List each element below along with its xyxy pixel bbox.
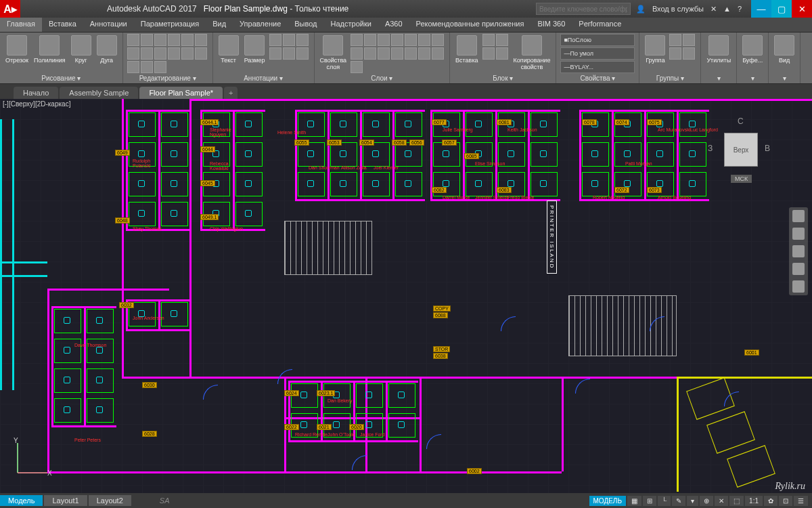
ribbon-small-icon[interactable]	[283, 47, 295, 60]
tool-круг[interactable]: Круг	[70, 34, 93, 65]
ribbon-small-icon[interactable]	[351, 61, 363, 73]
qat-redo-icon[interactable]	[66, 4, 76, 14]
tool-clipboard[interactable]: Буфе...	[741, 34, 764, 65]
ribbon-small-icon[interactable]	[283, 34, 295, 46]
tool-полилиния[interactable]: Полилиния	[32, 34, 67, 65]
ribbon-small-icon[interactable]	[195, 47, 207, 60]
ribbon-small-icon[interactable]	[364, 34, 376, 46]
ribbon-small-icon[interactable]	[432, 34, 444, 46]
lineweight-combo[interactable]: — По умол	[560, 47, 635, 60]
tool-utilities[interactable]: Утилиты	[705, 34, 732, 65]
status-toggle[interactable]: ⊞	[643, 496, 656, 506]
ribbon-small-icon[interactable]	[418, 47, 430, 60]
ribbon-tab[interactable]: Рекомендованные приложения	[409, 18, 531, 32]
ribbon-small-icon[interactable]	[391, 47, 403, 60]
status-toggle[interactable]: ✕	[715, 496, 728, 506]
minimize-button[interactable]: —	[751, 0, 771, 18]
ribbon-small-icon[interactable]	[482, 47, 495, 60]
ribbon-small-icon[interactable]	[364, 47, 376, 60]
ribbon-small-icon[interactable]	[432, 47, 444, 60]
tool-insert[interactable]: Вставка	[454, 34, 479, 65]
nav-zoom-icon[interactable]	[792, 245, 805, 257]
ribbon-small-icon[interactable]	[296, 47, 309, 60]
tool-group[interactable]: Группа	[644, 34, 667, 65]
viewcube-east[interactable]: В	[765, 144, 770, 153]
ribbon-small-icon[interactable]	[683, 34, 695, 46]
ribbon-small-icon[interactable]	[154, 47, 166, 60]
ribbon-small-icon[interactable]	[168, 34, 180, 46]
status-toggle[interactable]: МОДЕЛЬ	[589, 496, 626, 506]
tool-dimension[interactable]: Размер	[243, 34, 267, 65]
group-label-edit[interactable]: Редактирование ▾	[127, 73, 208, 82]
ribbon-tab[interactable]: Управление	[233, 18, 288, 32]
command-line[interactable]: SA	[160, 496, 170, 505]
qat-print-icon[interactable]	[80, 4, 89, 14]
status-toggle[interactable]: ▾	[687, 496, 698, 506]
color-combo[interactable]: ■ ПоСлою	[560, 34, 635, 46]
ribbon-small-icon[interactable]	[351, 47, 363, 60]
status-toggle[interactable]: 1:1	[745, 496, 763, 506]
group-label-props[interactable]: Свойства ▾	[560, 73, 635, 82]
ribbon-small-icon[interactable]	[669, 47, 681, 60]
ribbon-small-icon[interactable]	[195, 34, 207, 46]
tool-layer-properties[interactable]: Свойства слоя	[319, 34, 348, 72]
search-input[interactable]	[536, 3, 631, 15]
group-label-annot[interactable]: Аннотации ▾	[217, 73, 310, 82]
ribbon-tab[interactable]: Вывод	[288, 18, 323, 32]
tool-отрезок[interactable]: Отрезок	[4, 34, 30, 65]
ribbon-tab[interactable]: Главная	[0, 18, 42, 32]
close-button[interactable]: ✕	[792, 0, 812, 18]
status-toggle[interactable]: ▦	[627, 496, 641, 506]
document-tab[interactable]: Floor Plan Sample*	[139, 87, 223, 99]
status-toggle[interactable]: ⊕	[700, 496, 713, 506]
help-icon[interactable]: ?	[738, 5, 742, 13]
document-tab[interactable]: Assembly Sample	[60, 87, 138, 99]
ribbon-small-icon[interactable]	[127, 61, 139, 73]
tool-view[interactable]: Вид	[773, 34, 796, 65]
layout-tab[interactable]: Модель	[0, 495, 43, 506]
nav-wheel-icon[interactable]	[792, 210, 805, 222]
ribbon-small-icon[interactable]	[141, 47, 153, 60]
ucs-icon[interactable]: YX	[12, 438, 53, 481]
viewport-label[interactable]: [-][Сверху][2D-каркас]	[3, 100, 70, 108]
ribbon-small-icon[interactable]	[141, 61, 153, 73]
ribbon-small-icon[interactable]	[391, 34, 403, 46]
ribbon-small-icon[interactable]	[269, 34, 281, 46]
status-toggle[interactable]: ⊡	[779, 496, 792, 506]
ribbon-small-icon[interactable]	[127, 34, 139, 46]
help-search[interactable]	[536, 3, 631, 15]
ribbon-tab[interactable]: Аннотации	[83, 18, 134, 32]
status-toggle[interactable]: ✎	[672, 496, 685, 506]
qat-open-icon[interactable]	[26, 4, 35, 14]
ribbon-small-icon[interactable]	[669, 34, 681, 46]
new-tab-button[interactable]: +	[224, 87, 238, 99]
tool-text[interactable]: Текст	[217, 34, 240, 65]
drawing-canvas[interactable]: [-][Сверху][2D-каркас] 60496044.16044604…	[0, 99, 812, 493]
status-toggle[interactable]: ✿	[764, 496, 777, 506]
a360-icon[interactable]: ▲	[723, 5, 731, 13]
group-label-groups[interactable]: Группы ▾	[644, 73, 696, 82]
ribbon-small-icon[interactable]	[154, 61, 166, 73]
nav-showmotion-icon[interactable]	[792, 280, 805, 293]
ribbon-small-icon[interactable]	[141, 34, 153, 46]
ribbon-small-icon[interactable]	[127, 47, 139, 60]
ribbon-small-icon[interactable]	[181, 34, 194, 46]
exchange-icon[interactable]: ✕	[710, 5, 717, 14]
ribbon-small-icon[interactable]	[496, 47, 508, 60]
ribbon-tab[interactable]: Вставка	[42, 18, 83, 32]
ribbon-small-icon[interactable]	[154, 34, 166, 46]
group-label-draw[interactable]: Рисование ▾	[4, 73, 118, 82]
tool-дуга[interactable]: Дуга	[95, 34, 118, 65]
signin-label[interactable]: Вход в службы	[652, 5, 704, 13]
ribbon-small-icon[interactable]	[296, 34, 309, 46]
ribbon-small-icon[interactable]	[405, 34, 417, 46]
linetype-combo[interactable]: — BYLAY...	[560, 61, 635, 73]
ribbon-tab[interactable]: Параметризация	[134, 18, 206, 32]
ribbon-small-icon[interactable]	[418, 34, 430, 46]
ribbon-small-icon[interactable]	[269, 47, 281, 60]
ribbon-small-icon[interactable]	[378, 34, 390, 46]
tool-match-properties[interactable]: Копирование свойств	[512, 34, 552, 72]
ribbon-small-icon[interactable]	[351, 34, 363, 46]
viewcube-west[interactable]: З	[708, 144, 713, 153]
ribbon-small-icon[interactable]	[496, 34, 508, 46]
